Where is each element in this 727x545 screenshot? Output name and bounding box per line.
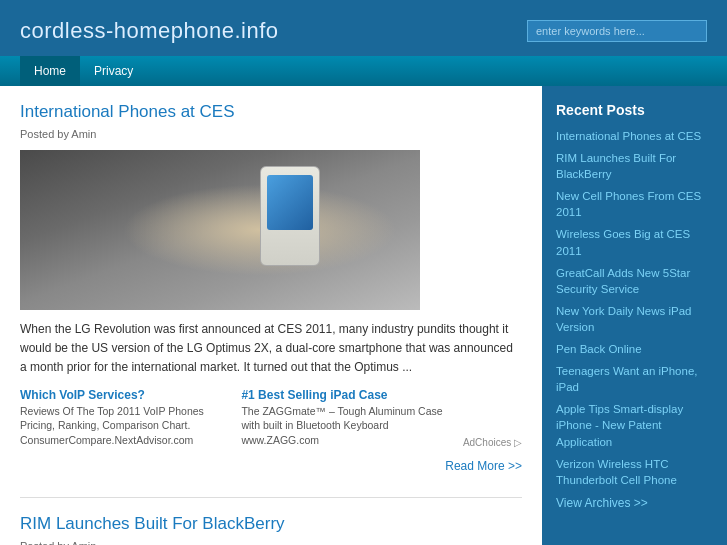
ad-block-1: Which VoIP Services? Reviews Of The Top … [20,388,231,448]
page-layout: International Phones at CES Posted by Am… [0,86,727,545]
sidebar-link-0[interactable]: International Phones at CES [556,128,713,144]
post-1: International Phones at CES Posted by Am… [20,102,522,473]
ad-area: Which VoIP Services? Reviews Of The Top … [20,388,522,448]
ad-link-1[interactable]: Which VoIP Services? [20,388,231,402]
sidebar: Recent Posts International Phones at CES… [542,86,727,545]
header: cordless-homephone.info [0,0,727,56]
post-2-title[interactable]: RIM Launches Built For BlackBerry [20,514,522,534]
read-more-link-1[interactable]: Read More >> [445,459,522,473]
navigation: Home Privacy [0,56,727,86]
ad-text-2: The ZAGGmate™ – Tough Aluminum Case with… [241,404,452,448]
post-2-meta: Posted by Amin [20,540,522,545]
nav-item-home[interactable]: Home [20,56,80,86]
site-title: cordless-homephone.info [20,18,279,44]
nav-item-privacy[interactable]: Privacy [80,56,147,86]
post-1-image [20,150,420,310]
sidebar-link-4[interactable]: GreatCall Adds New 5Star Security Servic… [556,265,713,297]
main-content: International Phones at CES Posted by Am… [0,86,542,545]
recent-posts-title: Recent Posts [556,102,713,118]
view-archives-link[interactable]: View Archives >> [556,496,713,510]
post-2: RIM Launches Built For BlackBerry Posted… [20,514,522,545]
ad-choices: AdChoices ▷ [463,388,522,448]
sidebar-link-1[interactable]: RIM Launches Built For BlackBerry [556,150,713,182]
sidebar-link-5[interactable]: New York Daily News iPad Version [556,303,713,335]
post-divider [20,497,522,498]
sidebar-link-7[interactable]: Teenagers Want an iPhone, iPad [556,363,713,395]
search-input[interactable] [527,20,707,42]
sidebar-link-2[interactable]: New Cell Phones From CES 2011 [556,188,713,220]
ad-text-1: Reviews Of The Top 2011 VoIP Phones Pric… [20,404,231,448]
read-more-1: Read More >> [20,458,522,473]
sidebar-link-8[interactable]: Apple Tips Smart-display iPhone - New Pa… [556,401,713,449]
sidebar-link-9[interactable]: Verizon Wireless HTC Thunderbolt Cell Ph… [556,456,713,488]
post-1-excerpt: When the LG Revolution was first announc… [20,320,522,378]
ad-link-2[interactable]: #1 Best Selling iPad Case [241,388,452,402]
sidebar-link-6[interactable]: Pen Back Online [556,341,713,357]
ad-choices-label: AdChoices ▷ [463,437,522,448]
post-1-title[interactable]: International Phones at CES [20,102,522,122]
sidebar-link-3[interactable]: Wireless Goes Big at CES 2011 [556,226,713,258]
ad-block-2: #1 Best Selling iPad Case The ZAGGmate™ … [241,388,452,448]
post-1-meta: Posted by Amin [20,128,522,140]
